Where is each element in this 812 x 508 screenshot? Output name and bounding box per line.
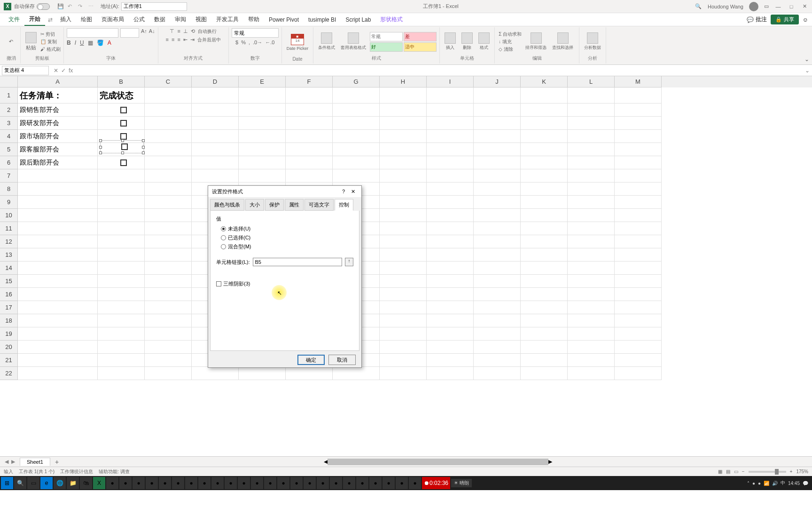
tab-data[interactable]: 数据	[149, 13, 170, 26]
cell[interactable]	[615, 341, 662, 354]
cell[interactable]	[145, 117, 192, 130]
paste-button[interactable]: 粘贴	[23, 31, 39, 52]
sheet-tab-1[interactable]: Sheet1	[20, 458, 50, 466]
cell[interactable]	[615, 209, 662, 222]
cell[interactable]	[474, 262, 521, 275]
increase-font-icon[interactable]: A↑	[141, 28, 147, 38]
cell[interactable]	[568, 275, 615, 288]
cell[interactable]	[474, 156, 521, 169]
fx-icon[interactable]: fx	[69, 67, 73, 74]
row-header[interactable]: 16	[0, 288, 18, 301]
cell[interactable]	[286, 367, 333, 380]
style-neutral[interactable]: 适中	[404, 42, 437, 52]
cell[interactable]	[427, 314, 474, 327]
cell[interactable]	[521, 183, 568, 196]
workbook-stats[interactable]: 工作簿统计信息	[60, 468, 93, 475]
tb-app[interactable]: ●	[198, 477, 211, 489]
analyze-data-button[interactable]: 分析数据	[582, 32, 603, 52]
cell[interactable]	[568, 130, 615, 143]
cell[interactable]	[474, 196, 521, 209]
cell[interactable]	[474, 117, 521, 130]
tb-app[interactable]: ●	[396, 477, 408, 489]
cell[interactable]	[615, 275, 662, 288]
cell[interactable]	[145, 248, 192, 262]
cell[interactable]: 任务清单：	[18, 87, 98, 103]
cell[interactable]	[521, 288, 568, 301]
name-box[interactable]	[2, 66, 49, 75]
tab-formulas[interactable]: 公式	[129, 13, 149, 26]
cell[interactable]	[380, 314, 427, 327]
row-header[interactable]: 21	[0, 354, 18, 367]
insert-cell-button[interactable]: 插入	[443, 32, 458, 52]
row-header[interactable]: 11	[0, 222, 18, 235]
column-header[interactable]: H	[380, 76, 427, 87]
tray-notifications-icon[interactable]: 💬	[803, 481, 808, 486]
cell[interactable]	[615, 103, 662, 117]
cell[interactable]	[427, 367, 474, 380]
cell[interactable]	[521, 327, 568, 341]
cell[interactable]	[98, 262, 145, 275]
cell[interactable]	[98, 222, 145, 235]
cell[interactable]	[18, 183, 98, 196]
comments-button[interactable]: 💬批注	[743, 15, 771, 24]
feedback-icon[interactable]: ☺	[803, 16, 808, 23]
wrap-text-button[interactable]: 自动换行	[198, 28, 217, 35]
cell[interactable]: 跟市场部开会	[18, 130, 98, 143]
cell[interactable]	[192, 367, 239, 380]
cell[interactable]	[98, 314, 145, 327]
cell[interactable]	[474, 314, 521, 327]
cell[interactable]	[145, 327, 192, 341]
column-header[interactable]: M	[615, 76, 662, 87]
cell[interactable]	[568, 209, 615, 222]
sheet-prev-icon[interactable]: ◀	[5, 459, 8, 465]
tray-ime-icon[interactable]: 中	[781, 480, 785, 486]
cell[interactable]	[145, 222, 192, 235]
tb-app[interactable]: ●	[172, 477, 184, 489]
column-header[interactable]: K	[521, 76, 568, 87]
cell[interactable]	[380, 87, 427, 103]
column-header[interactable]: C	[145, 76, 192, 87]
currency-icon[interactable]: $	[235, 40, 238, 45]
cell[interactable]	[521, 196, 568, 209]
cell[interactable]	[18, 209, 98, 222]
cell[interactable]	[98, 354, 145, 367]
cell[interactable]	[18, 341, 98, 354]
cell[interactable]	[239, 103, 286, 117]
cell[interactable]	[427, 248, 474, 262]
decrease-font-icon[interactable]: A↓	[149, 28, 155, 38]
cell[interactable]	[145, 354, 192, 367]
tb-app[interactable]: ●	[133, 477, 145, 489]
cell[interactable]	[18, 367, 98, 380]
cell[interactable]	[286, 169, 333, 183]
tray-icon[interactable]: ●	[758, 481, 761, 486]
column-header[interactable]: D	[192, 76, 239, 87]
horizontal-scrollbar[interactable]: ◀▶	[63, 459, 812, 465]
tb-app[interactable]: ●	[251, 477, 263, 489]
align-bottom-icon[interactable]: ⊥	[183, 28, 188, 35]
tab-insert[interactable]: 插入	[55, 13, 76, 26]
cell[interactable]	[192, 117, 239, 130]
tb-app[interactable]: ●	[159, 477, 171, 489]
cell[interactable]	[427, 327, 474, 341]
cell[interactable]	[380, 183, 427, 196]
row-header[interactable]: 17	[0, 301, 18, 314]
merge-button[interactable]: 合并后居中	[197, 37, 221, 43]
font-name-input[interactable]	[67, 28, 118, 38]
row-header[interactable]: 18	[0, 314, 18, 327]
tab-power-pivot[interactable]: Power Pivot	[264, 13, 304, 26]
cell[interactable]	[474, 327, 521, 341]
qat-undo-icon[interactable]: ↶	[68, 3, 74, 10]
tab-draw[interactable]: 绘图	[76, 13, 97, 26]
cell[interactable]	[568, 183, 615, 196]
row-header[interactable]: 12	[0, 235, 18, 248]
cell[interactable]	[568, 196, 615, 209]
cell[interactable]	[521, 156, 568, 169]
clear-button[interactable]: ◇清除	[499, 46, 522, 53]
italic-button[interactable]: I	[75, 40, 76, 46]
align-right-icon[interactable]: ≡	[177, 37, 180, 43]
align-middle-icon[interactable]: ≡	[177, 28, 180, 35]
cell[interactable]	[380, 248, 427, 262]
cell[interactable]	[239, 117, 286, 130]
cell[interactable]	[521, 367, 568, 380]
cell[interactable]	[615, 169, 662, 183]
